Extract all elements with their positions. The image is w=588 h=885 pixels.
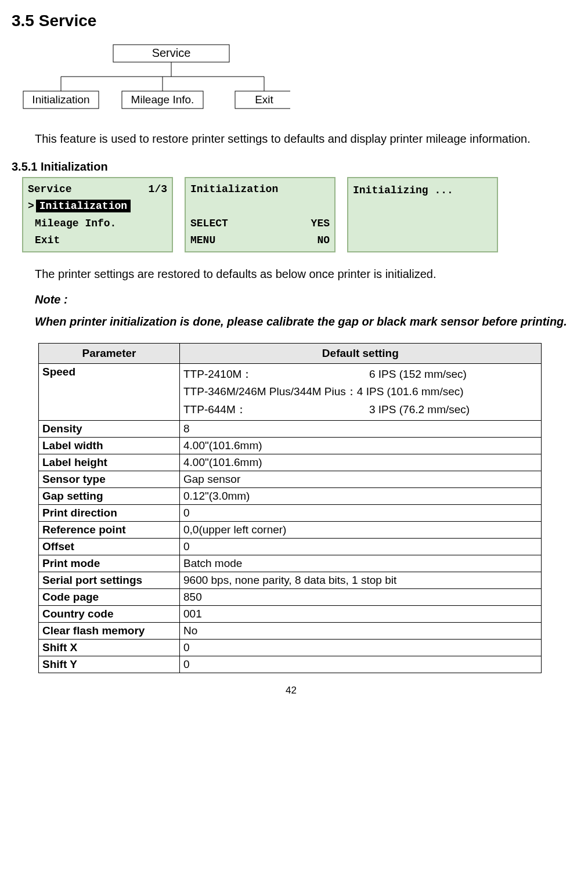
table-row: Label width4.00"(101.6mm) <box>39 438 542 454</box>
table-row: Gap setting0.12"(3.0mm) <box>39 488 542 505</box>
table-row: Sensor typeGap sensor <box>39 471 542 488</box>
table-row: Serial port settings9600 bps, none parit… <box>39 572 542 589</box>
table-row: Label height4.00"(101.6mm) <box>39 454 542 471</box>
screen3-title: Initializing ... <box>353 185 453 196</box>
lcd-screen-progress: Initializing ... <box>347 177 498 252</box>
screen2-menu-label: MENU <box>190 234 215 246</box>
screen2-select-label: SELECT <box>190 218 228 229</box>
table-row: Print modeBatch mode <box>39 555 542 572</box>
diagram-child-2: Mileage Info. <box>131 93 194 106</box>
lcd-screen-menu: Service 1/3 > Initialization Mileage Inf… <box>22 177 173 252</box>
subsection-title: 3.5.1 Initialization <box>12 160 571 174</box>
value-speed: TTP-2410M：6 IPS (152 mm/sec) TTP-346M/24… <box>180 364 542 421</box>
screen2-menu-no: NO <box>317 234 330 246</box>
diagram-child-1: Initialization <box>32 93 89 106</box>
param-speed: Speed <box>39 364 180 421</box>
diagram-root: Service <box>152 46 191 59</box>
screen1-item1-selected: Initialization <box>36 200 131 212</box>
note-label: Note : <box>35 290 571 309</box>
table-row: Clear flash memoryNo <box>39 623 542 640</box>
table-header-default: Default setting <box>180 344 542 364</box>
table-row: Shift Y0 <box>39 656 542 673</box>
screen1-item2: Mileage Info. <box>35 218 116 229</box>
table-row: Density8 <box>39 421 542 438</box>
table-row: Country code001 <box>39 606 542 623</box>
section-title: 3.5 Service <box>12 12 571 30</box>
table-row: Shift X0 <box>39 640 542 656</box>
table-row: Code page850 <box>39 589 542 606</box>
diagram-child-3: Exit <box>255 93 273 106</box>
table-row: Speed TTP-2410M：6 IPS (152 mm/sec) TTP-3… <box>39 364 542 421</box>
lcd-screen-confirm: Initialization SELECT YES MENU NO <box>185 177 336 252</box>
page-number: 42 <box>12 685 571 696</box>
screen1-cursor: > <box>28 200 36 212</box>
after-screens-paragraph: The printer settings are restored to def… <box>35 264 571 284</box>
table-row: Reference point0,0(upper left corner) <box>39 522 542 539</box>
table-row: Offset0 <box>39 539 542 555</box>
screen1-title-left: Service <box>28 183 72 195</box>
intro-paragraph: This feature is used to restore printer … <box>35 129 571 149</box>
service-tree-diagram: Service Initialization Mileage Info. Exi… <box>17 42 571 111</box>
screen1-title-right: 1/3 <box>149 183 167 195</box>
screen2-select-yes: YES <box>311 218 330 229</box>
screen2-title: Initialization <box>190 183 278 195</box>
default-settings-table: Parameter Default setting Speed TTP-2410… <box>38 343 542 673</box>
screen1-item3: Exit <box>35 234 60 246</box>
table-row: Print direction0 <box>39 505 542 522</box>
table-header-parameter: Parameter <box>39 344 180 364</box>
note-text: When printer initialization is done, ple… <box>35 312 571 331</box>
lcd-screens: Service 1/3 > Initialization Mileage Inf… <box>22 177 571 252</box>
